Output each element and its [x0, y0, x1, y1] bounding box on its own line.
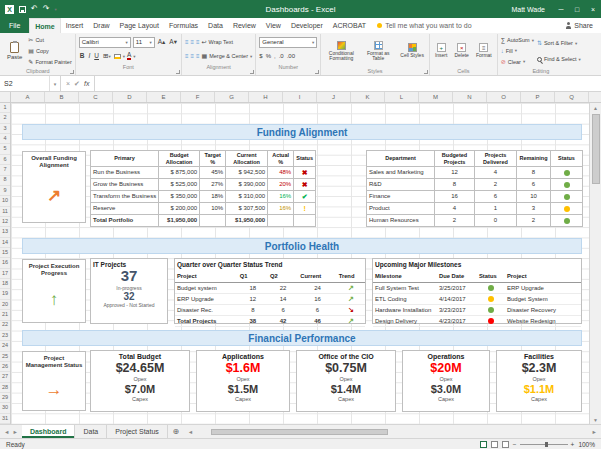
- copy-button[interactable]: ▤Copy: [28, 48, 71, 54]
- tab-formulas[interactable]: Formulas: [164, 18, 203, 33]
- merge-center-button[interactable]: ▦Merge & Center▾: [202, 53, 253, 59]
- sort-filter-button[interactable]: ⇅Sort & Filter▾: [537, 40, 581, 46]
- tab-draw[interactable]: Draw: [88, 18, 114, 33]
- column-header-o[interactable]: O: [487, 92, 521, 102]
- row-header-11[interactable]: 11: [0, 207, 10, 217]
- hscroll-left-icon[interactable]: ◄: [188, 429, 193, 435]
- row-header-29[interactable]: 29: [0, 393, 10, 403]
- autosum-button[interactable]: ∑AutoSum▾: [501, 37, 534, 43]
- tab-acrobat[interactable]: ACROBAT: [328, 18, 371, 33]
- comma-format-icon[interactable]: ,: [274, 53, 276, 59]
- sheet-tab-dashboard[interactable]: Dashboard: [22, 425, 76, 438]
- dialog-launcher-icon[interactable]: [70, 70, 74, 74]
- row-header-17[interactable]: 17: [0, 269, 10, 279]
- wrap-text-button[interactable]: ↩Wrap Text: [202, 39, 234, 45]
- name-box-dropdown-icon[interactable]: ▾: [50, 76, 61, 91]
- row-header-26[interactable]: 26: [0, 362, 10, 372]
- user-name[interactable]: Matt Wade: [511, 6, 545, 13]
- dialog-launcher-icon[interactable]: [176, 70, 180, 74]
- select-all-corner[interactable]: [0, 92, 11, 102]
- row-header-2[interactable]: 2: [0, 113, 10, 123]
- column-header-a[interactable]: A: [11, 92, 45, 102]
- delete-cells-button[interactable]: ×Delete: [452, 35, 470, 67]
- column-header-q[interactable]: Q: [555, 92, 589, 102]
- scroll-thumb[interactable]: [592, 114, 600, 184]
- column-header-k[interactable]: K: [351, 92, 385, 102]
- tab-view[interactable]: View: [261, 18, 286, 33]
- funding-table[interactable]: PrimaryBudget AllocationTarget %Current …: [90, 150, 316, 227]
- zoom-slider[interactable]: [545, 442, 548, 447]
- enter-icon[interactable]: ✔: [74, 80, 80, 88]
- column-header-i[interactable]: I: [283, 92, 317, 102]
- department-table[interactable]: DepartmentBudgeted ProjectsProjects Deli…: [366, 150, 583, 227]
- sheet-canvas[interactable]: Funding Alignment Overall Funding Alignm…: [11, 103, 589, 424]
- format-painter-button[interactable]: ✎Format Painter: [28, 59, 71, 65]
- zoom-level[interactable]: 100%: [578, 441, 595, 448]
- cell-styles-button[interactable]: Cell Styles: [398, 35, 426, 67]
- row-header-3[interactable]: 3: [0, 124, 10, 134]
- tell-me-box[interactable]: Tell me what you want to do: [371, 18, 558, 33]
- formula-input[interactable]: [95, 76, 601, 91]
- underline-button[interactable]: U: [93, 53, 100, 60]
- row-header-1[interactable]: 1: [0, 103, 10, 113]
- fill-button[interactable]: ↓Fill▾: [501, 48, 534, 54]
- tab-insert[interactable]: Insert: [61, 18, 89, 33]
- accounting-format-icon[interactable]: $: [259, 53, 262, 59]
- row-header-7[interactable]: 7: [0, 165, 10, 175]
- row-header-27[interactable]: 27: [0, 372, 10, 382]
- dialog-launcher-icon[interactable]: [250, 70, 254, 74]
- insert-cells-button[interactable]: +Insert: [433, 35, 450, 67]
- qat-dropdown-icon[interactable]: ▾: [54, 7, 56, 12]
- page-layout-view-icon[interactable]: [491, 441, 498, 448]
- column-header-f[interactable]: F: [181, 92, 215, 102]
- undo-icon[interactable]: ↶: [31, 5, 38, 13]
- maximize-button[interactable]: □: [569, 0, 585, 18]
- tab-page-layout[interactable]: Page Layout: [115, 18, 164, 33]
- column-header-h[interactable]: H: [249, 92, 283, 102]
- row-header-9[interactable]: 9: [0, 186, 10, 196]
- dialog-launcher-icon[interactable]: [315, 70, 319, 74]
- row-header-5[interactable]: 5: [0, 144, 10, 154]
- minimize-button[interactable]: ─: [553, 0, 569, 18]
- scroll-down-icon[interactable]: ▼: [593, 415, 598, 424]
- row-header-25[interactable]: 25: [0, 352, 10, 362]
- paste-button[interactable]: Paste: [4, 35, 25, 67]
- sheet-tab-data[interactable]: Data: [75, 425, 107, 438]
- row-header-6[interactable]: 6: [0, 155, 10, 165]
- format-cells-button[interactable]: ≡Format: [474, 35, 494, 67]
- row-header-21[interactable]: 21: [0, 310, 10, 320]
- column-header-e[interactable]: E: [147, 92, 181, 102]
- row-header-13[interactable]: 13: [0, 227, 10, 237]
- align-bottom-icon[interactable]: ≡: [196, 39, 200, 45]
- row-header-19[interactable]: 19: [0, 289, 10, 299]
- format-as-table-button[interactable]: Format as Table: [361, 35, 395, 67]
- column-header-m[interactable]: M: [419, 92, 453, 102]
- normal-view-icon[interactable]: [480, 441, 487, 448]
- italic-button[interactable]: I: [87, 53, 91, 60]
- shrink-font-button[interactable]: A▾: [168, 39, 178, 46]
- horizontal-scrollbar[interactable]: ◄ ►: [184, 425, 601, 438]
- row-header-22[interactable]: 22: [0, 321, 10, 331]
- font-size-select[interactable]: 11▾: [133, 37, 155, 48]
- row-header-18[interactable]: 18: [0, 279, 10, 289]
- align-right-icon[interactable]: ≡: [196, 53, 200, 59]
- column-header-c[interactable]: C: [79, 92, 113, 102]
- number-format-select[interactable]: General▾: [259, 37, 317, 48]
- row-header-10[interactable]: 10: [0, 196, 10, 206]
- scroll-up-icon[interactable]: ▲: [593, 103, 598, 112]
- zoom-in-icon[interactable]: +: [571, 441, 575, 448]
- hscroll-right-icon[interactable]: ►: [592, 429, 597, 435]
- vertical-scrollbar[interactable]: ▲ ▼: [589, 103, 601, 424]
- column-header-d[interactable]: D: [113, 92, 147, 102]
- conditional-formatting-button[interactable]: Conditional Formatting: [324, 35, 358, 67]
- row-header-16[interactable]: 16: [0, 258, 10, 268]
- column-header-n[interactable]: N: [453, 92, 487, 102]
- insert-function-icon[interactable]: fx: [84, 80, 89, 87]
- redo-icon[interactable]: ↷: [43, 5, 50, 13]
- find-select-button[interactable]: Find & Select▾: [537, 56, 581, 62]
- row-header-8[interactable]: 8: [0, 176, 10, 186]
- share-button[interactable]: Share: [558, 18, 601, 33]
- align-middle-icon[interactable]: ≡: [190, 39, 194, 45]
- row-header-20[interactable]: 20: [0, 300, 10, 310]
- close-button[interactable]: ×: [585, 0, 601, 18]
